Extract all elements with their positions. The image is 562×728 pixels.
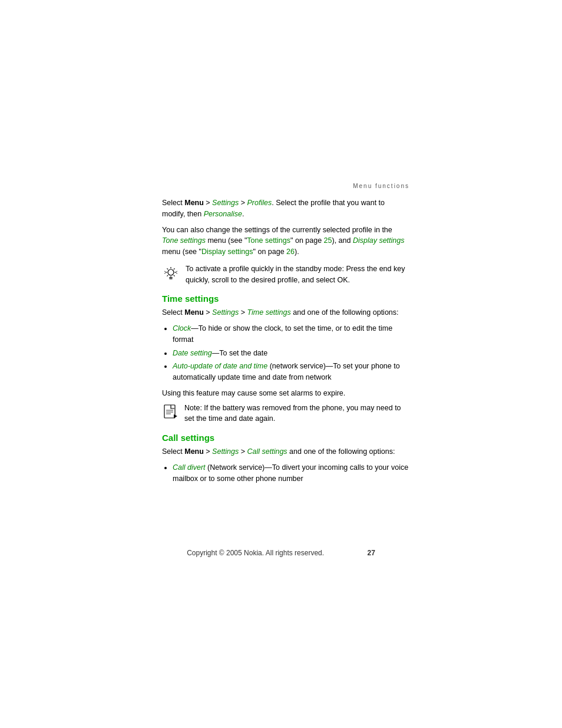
date-setting-text: —To set the date — [212, 349, 268, 357]
footer-copyright: Copyright © 2005 Nokia. All rights reser… — [187, 549, 324, 557]
intro-menu-bold: Menu — [184, 199, 204, 207]
tone-settings-link2: Tone settings — [247, 236, 290, 245]
call-settings-bullets: Call divert (Network service)—To divert … — [173, 462, 409, 485]
cs-arrow1: > — [204, 447, 212, 456]
call-settings-label: Call settings — [162, 433, 214, 443]
tip-period: . — [348, 276, 350, 284]
intro-profiles-link: Profiles — [247, 199, 272, 207]
note-text: Note: If the battery was removed from th… — [184, 403, 409, 425]
cs-arrow2: > — [239, 447, 247, 456]
tip-bold-label: To activate a profile quickly in the sta… — [186, 265, 344, 273]
time-settings-bullets: Clock—To hide or show the clock, to set … — [173, 323, 409, 383]
intro-paragraph-2: You can also change the settings of the … — [162, 225, 409, 258]
bullet-auto-update: Auto-update of date and time (network se… — [173, 361, 409, 383]
page-header: Menu functions — [162, 183, 409, 189]
bullet-call-divert: Call divert (Network service)—To divert … — [173, 462, 409, 485]
header-text: Menu functions — [353, 183, 409, 189]
note-box: Note: If the battery was removed from th… — [162, 403, 409, 425]
intro2-pre: You can also change the settings of the … — [162, 226, 392, 234]
ts-timesettings-link: Time settings — [247, 308, 291, 317]
intro-arrow1: > — [204, 199, 212, 207]
auto-update-link: Auto-update of date and time — [173, 362, 267, 370]
ts-arrow1: > — [204, 308, 212, 317]
svg-line-5 — [167, 268, 168, 269]
date-setting-link: Date setting — [173, 349, 212, 357]
cs-select: Select — [162, 447, 184, 456]
intro2-mid: menu (see " — [206, 236, 247, 245]
time-settings-heading: Time settings — [162, 294, 409, 304]
note-bold-label: Note: — [184, 404, 202, 412]
bullet-clock: Clock—To hide or show the clock, to set … — [173, 323, 409, 345]
ts-settings-link: Settings — [212, 308, 239, 317]
ts-post: and one of the following options: — [291, 308, 399, 317]
cs-callsettings-link: Call settings — [247, 447, 287, 456]
intro-end: . — [242, 210, 244, 218]
display-settings-link2: Display settings — [201, 248, 253, 256]
alarm-sub-text: Using this feature may cause some set al… — [162, 388, 409, 399]
svg-line-12 — [164, 273, 166, 274]
time-settings-intro: Select Menu > Settings > Time settings a… — [162, 307, 409, 318]
call-divert-link: Call divert — [173, 463, 206, 472]
intro2-mid3: ), and — [332, 236, 353, 245]
svg-line-13 — [176, 271, 177, 272]
intro2-mid5: " on page — [253, 248, 287, 256]
clock-link: Clock — [173, 324, 191, 332]
cs-settings-link: Settings — [212, 447, 239, 456]
svg-line-6 — [174, 275, 175, 276]
call-divert-text: (Network service)—To divert your incomin… — [173, 463, 408, 483]
alarm-text: Using this feature may cause some set al… — [162, 389, 345, 397]
tone-page-num: 25 — [324, 236, 332, 245]
intro-paragraph-1: Select Menu > Settings > Profiles. Selec… — [162, 197, 409, 220]
intro-arrow2: > — [239, 199, 247, 207]
intro-settings-link: Settings — [212, 199, 239, 207]
tip-text: To activate a profile quickly in the sta… — [186, 263, 409, 286]
tip-box: To activate a profile quickly in the sta… — [162, 263, 409, 286]
cs-menu-bold: Menu — [184, 447, 204, 456]
lightbulb-icon — [162, 265, 180, 282]
tone-settings-link1: Tone settings — [162, 236, 206, 245]
note-body: If the battery was removed from the phon… — [184, 404, 401, 423]
ts-select: Select — [162, 308, 184, 317]
svg-point-0 — [168, 269, 174, 275]
ts-menu-bold: Menu — [184, 308, 204, 317]
page: Menu functions Select Menu > Settings > … — [0, 0, 562, 728]
intro-personalise-link: Personalise — [204, 210, 242, 218]
page-footer: Copyright © 2005 Nokia. All rights reser… — [0, 549, 562, 557]
cs-post: and one of the following options: — [287, 447, 395, 456]
display-settings-link1: Display settings — [353, 236, 405, 245]
svg-rect-15 — [164, 405, 175, 418]
intro2-end: ). — [295, 248, 299, 256]
bullet-date-setting: Date setting—To set the date — [173, 348, 409, 359]
ts-arrow2: > — [239, 308, 247, 317]
footer-page-number: 27 — [367, 549, 375, 557]
time-settings-label: Time settings — [162, 294, 219, 304]
svg-marker-19 — [174, 414, 177, 418]
svg-line-8 — [167, 275, 168, 276]
clock-text: —To hide or show the clock, to set the t… — [173, 324, 392, 344]
intro2-mid2: " on page — [290, 236, 324, 245]
call-settings-heading: Call settings — [162, 433, 409, 443]
tip-ok: OK — [338, 276, 348, 284]
svg-line-14 — [176, 273, 177, 274]
call-settings-intro: Select Menu > Settings > Call settings a… — [162, 446, 409, 457]
svg-line-11 — [164, 271, 166, 272]
content-area: Menu functions Select Menu > Settings > … — [162, 183, 409, 489]
intro2-mid4: menu (see " — [162, 248, 201, 256]
svg-line-7 — [174, 268, 175, 269]
note-icon — [162, 404, 178, 420]
display-page-num: 26 — [286, 248, 295, 256]
intro-select-label: Select — [162, 199, 184, 207]
